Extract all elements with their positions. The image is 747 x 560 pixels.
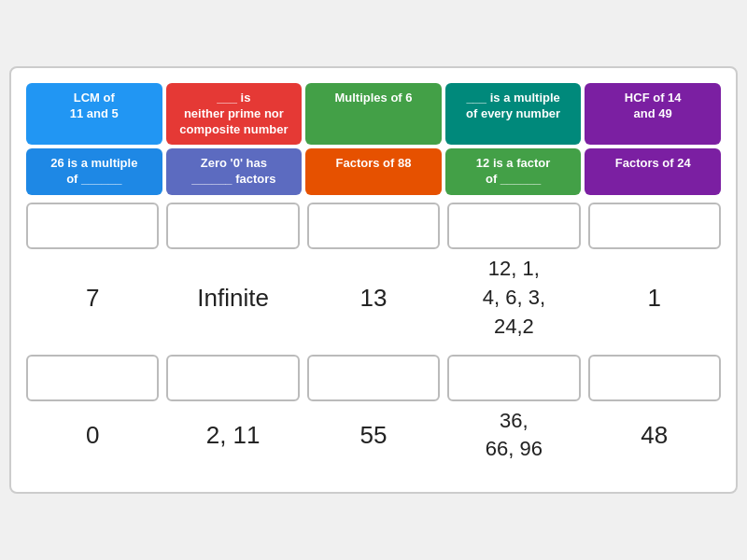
value-2-2: 2, 11 [166, 407, 299, 465]
drop-row-2 [26, 355, 721, 401]
answer-section-2: 0 2, 11 55 36,66, 96 48 [26, 355, 721, 465]
header-row-2: 26 is a multipleof ______ Zero '0' has__… [26, 148, 721, 195]
value-2-1: 0 [26, 407, 159, 465]
12-factor-tile[interactable]: 12 is a factorof ______ [445, 148, 582, 195]
drop-box-2-3[interactable] [307, 355, 440, 401]
drop-box-1-1[interactable] [26, 203, 159, 249]
value-1-3: 13 [307, 255, 440, 341]
multiple-every-tile[interactable]: ___ is a multipleof every number [445, 83, 582, 146]
value-1-5: 1 [588, 255, 721, 341]
value-1-2: Infinite [166, 255, 299, 341]
value-2-4: 36,66, 96 [447, 407, 580, 465]
value-row-1: 7 Infinite 13 12, 1,4, 6, 3,24,2 1 [26, 255, 721, 341]
factors24-tile[interactable]: Factors of 24 [585, 148, 721, 195]
value-1-1: 7 [26, 255, 159, 341]
value-2-3: 55 [307, 407, 440, 465]
value-row-2: 0 2, 11 55 36,66, 96 48 [26, 407, 721, 465]
drop-box-1-3[interactable] [307, 203, 440, 249]
drop-box-1-4[interactable] [447, 203, 580, 249]
drop-box-1-5[interactable] [588, 203, 721, 249]
drop-box-2-2[interactable] [166, 355, 299, 401]
header-row-1: LCM of11 and 5 ___ isneither prime norco… [26, 83, 721, 146]
26-multiple-tile[interactable]: 26 is a multipleof ______ [26, 148, 162, 195]
zero-tile[interactable]: Zero '0' has______ factors [166, 148, 303, 195]
value-2-5: 48 [588, 407, 721, 465]
main-container: LCM of11 and 5 ___ isneither prime norco… [9, 66, 738, 494]
drop-box-2-5[interactable] [588, 355, 721, 401]
answer-section-1: 7 Infinite 13 12, 1,4, 6, 3,24,2 1 [26, 203, 721, 341]
drop-box-1-2[interactable] [166, 203, 299, 249]
multiples6-tile[interactable]: Multiples of 6 [305, 83, 442, 146]
drop-box-2-4[interactable] [447, 355, 580, 401]
drop-row-1 [26, 203, 721, 249]
value-1-4: 12, 1,4, 6, 3,24,2 [447, 255, 580, 341]
hcf-tile[interactable]: HCF of 14and 49 [585, 83, 721, 146]
factors88-tile[interactable]: Factors of 88 [305, 148, 442, 195]
neither-tile[interactable]: ___ isneither prime norcomposite number [166, 83, 303, 146]
drop-box-2-1[interactable] [26, 355, 159, 401]
lcm-tile[interactable]: LCM of11 and 5 [26, 83, 162, 146]
